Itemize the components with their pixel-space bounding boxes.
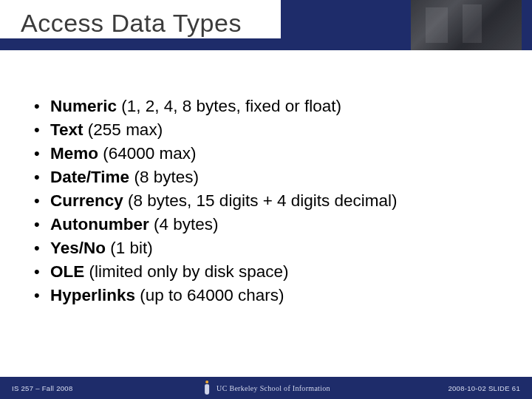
term: Date/Time bbox=[50, 168, 129, 186]
term: Autonumber bbox=[50, 215, 149, 233]
term: OLE bbox=[50, 262, 84, 281]
term: Yes/No bbox=[50, 239, 106, 257]
desc: (255 max) bbox=[83, 120, 163, 139]
ischool-icon bbox=[202, 381, 212, 395]
list-item: OLE (limited only by disk space) bbox=[34, 260, 510, 284]
footer-center: UC Berkeley School of Information bbox=[202, 381, 330, 395]
list-item: Numeric (1, 2, 4, 8 bytes, fixed or floa… bbox=[34, 95, 510, 118]
content-area: Numeric (1, 2, 4, 8 bytes, fixed or floa… bbox=[34, 95, 510, 307]
list-item: Currency (8 bytes, 15 digits + 4 digits … bbox=[34, 189, 510, 213]
desc: (4 bytes) bbox=[149, 215, 219, 233]
term: Currency bbox=[50, 191, 123, 210]
footer-left: IS 257 – Fall 2008 bbox=[12, 384, 73, 392]
desc: (64000 max) bbox=[98, 144, 197, 163]
list-item: Text (255 max) bbox=[34, 118, 510, 142]
list-item: Autonumber (4 bytes) bbox=[34, 213, 510, 236]
footer-bar: IS 257 – Fall 2008 UC Berkeley School of… bbox=[0, 377, 532, 399]
list-item: Date/Time (8 bytes) bbox=[34, 166, 510, 189]
desc: (8 bytes, 15 digits + 4 digits decimal) bbox=[123, 191, 398, 210]
desc: (1 bit) bbox=[106, 239, 153, 257]
desc: (1, 2, 4, 8 bytes, fixed or float) bbox=[117, 97, 341, 115]
term: Numeric bbox=[50, 97, 117, 115]
list-item: Hyperlinks (up to 64000 chars) bbox=[34, 284, 510, 307]
desc: (limited only by disk space) bbox=[84, 262, 288, 281]
title-photo bbox=[411, 0, 522, 50]
term: Memo bbox=[50, 144, 98, 163]
term: Text bbox=[50, 120, 83, 139]
term: Hyperlinks bbox=[50, 286, 135, 304]
desc: (8 bytes) bbox=[129, 168, 199, 186]
desc: (up to 64000 chars) bbox=[135, 286, 284, 304]
footer-center-text: UC Berkeley School of Information bbox=[216, 384, 330, 392]
list-item: Yes/No (1 bit) bbox=[34, 236, 510, 260]
bullet-list: Numeric (1, 2, 4, 8 bytes, fixed or floa… bbox=[34, 95, 510, 307]
slide-title: Access Data Types bbox=[21, 10, 246, 38]
footer-right: 2008-10-02 SLIDE 61 bbox=[448, 384, 520, 392]
slide: Access Data Types Numeric (1, 2, 4, 8 by… bbox=[0, 0, 532, 399]
list-item: Memo (64000 max) bbox=[34, 142, 510, 166]
